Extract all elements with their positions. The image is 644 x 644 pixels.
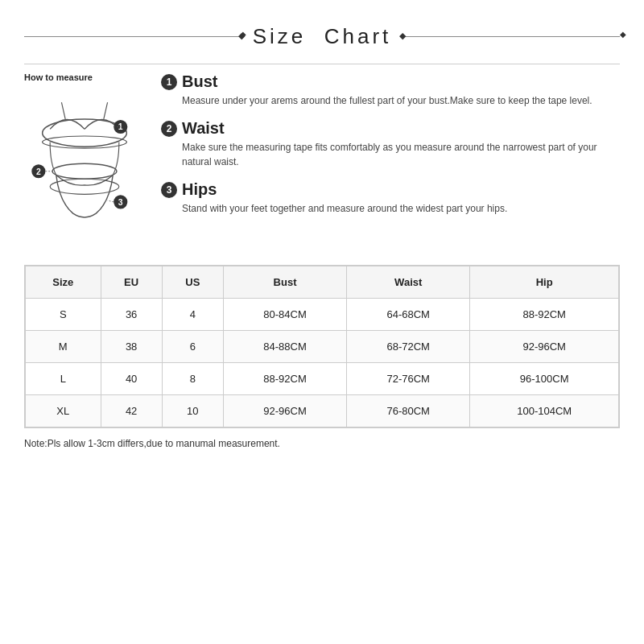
col-eu: EU bbox=[101, 266, 162, 299]
table-row: S36480-84CM64-68CM88-92CM bbox=[26, 299, 619, 331]
cell-0-3: 80-84CM bbox=[223, 299, 346, 331]
bust-heading: 1 Bust bbox=[161, 72, 620, 91]
header-row: Size EU US Bust Waist Hip bbox=[26, 266, 619, 299]
cell-2-5: 96-100CM bbox=[470, 363, 619, 395]
svg-point-0 bbox=[43, 119, 127, 147]
hips-desc: Stand with your feet together and measur… bbox=[161, 201, 620, 216]
cell-0-1: 36 bbox=[101, 299, 162, 331]
svg-text:3: 3 bbox=[118, 198, 123, 207]
svg-text:2: 2 bbox=[36, 167, 41, 176]
cell-3-4: 76-80CM bbox=[347, 395, 470, 427]
hips-title: Hips bbox=[182, 180, 217, 199]
svg-line-2 bbox=[104, 102, 108, 119]
measure-item-waist: 2 Waist Make sure the measuring tape fit… bbox=[161, 119, 620, 169]
title-line-left: ◆ bbox=[24, 36, 240, 37]
measure-item-bust: 1 Bust Measure under your arems around t… bbox=[161, 72, 620, 108]
bikini-svg: 1 2 3 bbox=[24, 87, 145, 248]
cell-0-0: S bbox=[26, 299, 101, 331]
cell-3-5: 100-104CM bbox=[470, 395, 619, 427]
table-row: XL421092-96CM76-80CM100-104CM bbox=[26, 395, 619, 427]
title-line-right: ◆ bbox=[404, 36, 620, 37]
cell-3-0: XL bbox=[26, 395, 101, 427]
svg-line-1 bbox=[61, 102, 65, 119]
svg-point-5 bbox=[50, 179, 119, 194]
size-table-wrapper: Size EU US Bust Waist Hip S36480-84CM64-… bbox=[24, 265, 620, 428]
cell-3-2: 10 bbox=[162, 395, 223, 427]
col-hip: Hip bbox=[470, 266, 619, 299]
col-us: US bbox=[162, 266, 223, 299]
title-row: ◆ Size Chart ◆ bbox=[24, 24, 620, 49]
col-size: Size bbox=[26, 266, 101, 299]
size-table: Size EU US Bust Waist Hip S36480-84CM64-… bbox=[25, 266, 619, 427]
page-wrapper: ◆ Size Chart ◆ How to measure bbox=[0, 0, 644, 644]
bust-number: 1 bbox=[161, 74, 177, 90]
cell-1-1: 38 bbox=[101, 331, 162, 363]
bust-desc: Measure under your arems around the full… bbox=[161, 93, 620, 108]
measure-item-hips: 3 Hips Stand with your feet together and… bbox=[161, 180, 620, 216]
page-title: Size Chart bbox=[253, 24, 392, 49]
cell-0-4: 64-68CM bbox=[347, 299, 470, 331]
waist-desc: Make sure the measuring tape fits comfor… bbox=[161, 140, 620, 169]
cell-1-4: 68-72CM bbox=[347, 331, 470, 363]
table-row: L40888-92CM72-76CM96-100CM bbox=[26, 363, 619, 395]
cell-2-0: L bbox=[26, 363, 101, 395]
measure-instructions: 1 Bust Measure under your arems around t… bbox=[161, 72, 620, 227]
cell-2-2: 8 bbox=[162, 363, 223, 395]
cell-1-3: 84-88CM bbox=[223, 331, 346, 363]
hips-heading: 3 Hips bbox=[161, 180, 620, 199]
cell-0-2: 4 bbox=[162, 299, 223, 331]
table-row: M38684-88CM68-72CM92-96CM bbox=[26, 331, 619, 363]
bust-title: Bust bbox=[182, 72, 217, 91]
cell-2-4: 72-76CM bbox=[347, 363, 470, 395]
svg-text:1: 1 bbox=[118, 122, 123, 131]
cell-1-5: 92-96CM bbox=[470, 331, 619, 363]
cell-0-5: 88-92CM bbox=[470, 299, 619, 331]
how-to-measure-label: How to measure bbox=[24, 72, 145, 82]
svg-point-4 bbox=[52, 163, 117, 179]
table-body: S36480-84CM64-68CM88-92CMM38684-88CM68-7… bbox=[26, 299, 619, 427]
hips-number: 3 bbox=[161, 182, 177, 198]
note: Note:Pls allow 1-3cm differs,due to manu… bbox=[24, 438, 620, 449]
waist-heading: 2 Waist bbox=[161, 119, 620, 138]
cell-2-1: 40 bbox=[101, 363, 162, 395]
svg-line-14 bbox=[108, 200, 114, 202]
col-waist: Waist bbox=[347, 266, 470, 299]
cell-1-0: M bbox=[26, 331, 101, 363]
bikini-illustration: How to measure bbox=[24, 72, 145, 250]
top-divider bbox=[24, 64, 620, 64]
cell-3-3: 92-96CM bbox=[223, 395, 346, 427]
measure-section: How to measure bbox=[24, 72, 620, 250]
cell-2-3: 88-92CM bbox=[223, 363, 346, 395]
col-bust: Bust bbox=[223, 266, 346, 299]
waist-title: Waist bbox=[182, 119, 225, 138]
table-header: Size EU US Bust Waist Hip bbox=[26, 266, 619, 299]
cell-3-1: 42 bbox=[101, 395, 162, 427]
cell-1-2: 6 bbox=[162, 331, 223, 363]
waist-number: 2 bbox=[161, 121, 177, 137]
